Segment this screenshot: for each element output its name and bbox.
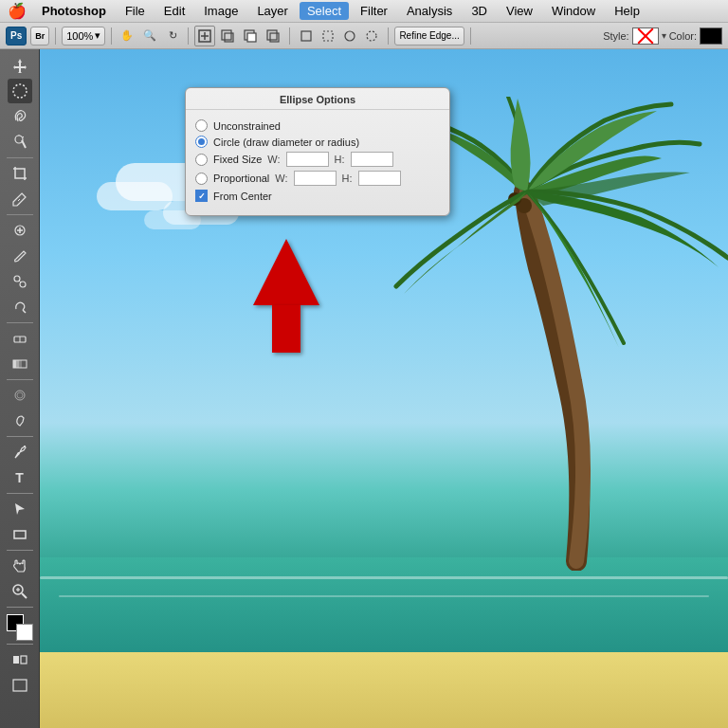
svg-rect-44 [13,680,27,691]
pen-tool[interactable] [8,440,32,464]
sep1 [55,27,56,45]
path-btn3[interactable] [339,26,360,46]
zoom-icon[interactable]: 🔍 [140,27,159,46]
sep6 [470,27,471,45]
fixed-w-label: W: [267,154,280,165]
svg-rect-37 [14,531,26,538]
shape-subtract-btn[interactable] [240,26,261,46]
shape-tool[interactable] [8,522,32,547]
sep3 [188,27,189,45]
refine-edge-btn[interactable]: Refine Edge... [394,27,464,46]
from-center-row: From Center [195,190,440,202]
healing-tool[interactable] [8,218,32,243]
svg-rect-10 [323,31,333,41]
arrow-stem [272,305,300,353]
style-arrow[interactable]: ▾ [662,30,666,41]
menu-photoshop[interactable]: Photoshop [34,2,114,20]
style-box[interactable] [632,27,659,45]
wave-1 [40,576,728,579]
menu-filter[interactable]: Filter [353,2,395,20]
menu-select[interactable]: Select [300,2,349,20]
zoom-input[interactable]: 100% ▾ [62,27,105,46]
svg-line-19 [18,199,20,201]
circle-row: Circle (draw diameter or radius) [195,136,440,148]
menu-bar: 🍎 Photoshop File Edit Image Layer Select… [0,0,728,23]
menu-file[interactable]: File [118,2,153,20]
sep-t2 [7,214,33,215]
no-style-icon [633,28,658,44]
shape-new-btn[interactable] [194,26,215,46]
lasso-tool[interactable] [8,104,32,129]
menu-layer[interactable]: Layer [249,2,296,20]
svg-rect-7 [267,30,277,40]
bridge-btn[interactable]: Br [30,27,49,46]
menu-help[interactable]: Help [607,2,647,20]
hand-tool-sidebar[interactable] [8,554,32,578]
clone-tool[interactable] [8,269,32,294]
fixed-size-row: Fixed Size W: H: [195,152,440,167]
fixed-h-label: H: [335,154,345,165]
marquee-tool[interactable] [8,79,32,103]
sep-t5 [7,436,33,437]
menu-3d[interactable]: 3D [464,2,495,20]
sep-t8 [7,607,33,608]
path-btn2[interactable] [318,26,338,46]
ellipse-options-popup: Ellipse Options Unconstrained Circle (dr… [185,87,450,216]
unconstrained-radio[interactable] [195,119,208,132]
fixed-w-input[interactable] [286,152,329,167]
color-box[interactable] [700,27,722,45]
magic-wand-tool[interactable] [8,130,32,155]
menu-window[interactable]: Window [544,2,603,20]
from-center-checkbox[interactable] [195,190,208,202]
prop-w-input[interactable] [294,171,337,186]
history-brush-tool[interactable] [8,295,32,319]
menu-analysis[interactable]: Analysis [399,2,460,20]
svg-rect-32 [19,360,22,368]
path-selection-tool[interactable] [8,497,32,521]
fixed-size-label: Fixed Size [213,154,262,165]
eyedropper-tool[interactable] [8,187,32,211]
path-mode-group [296,26,382,46]
eraser-tool[interactable] [8,326,32,351]
sep-t9 [7,644,33,645]
gradient-tool[interactable] [8,352,32,376]
fixed-h-input[interactable] [351,152,393,167]
red-arrow [248,239,324,353]
apple-menu[interactable]: 🍎 [8,2,27,20]
brush-tool[interactable] [8,244,32,268]
text-tool[interactable]: T [8,465,32,490]
blur-tool[interactable] [8,383,32,408]
dodge-tool[interactable] [8,409,32,433]
fixed-size-radio[interactable] [195,154,208,166]
svg-line-26 [23,310,26,313]
svg-point-14 [13,84,27,98]
path-btn1[interactable] [296,26,317,46]
rotate-icon[interactable]: ↻ [163,27,182,46]
menu-view[interactable]: View [499,2,540,20]
svg-rect-43 [21,656,27,664]
screen-mode-btn[interactable] [8,673,32,698]
svg-marker-36 [15,503,25,515]
popup-body: Unconstrained Circle (draw diameter or r… [186,110,449,215]
circle-radio[interactable] [195,136,208,148]
background-color[interactable] [16,624,33,641]
crop-tool[interactable] [8,161,32,186]
shape-intersect-btn[interactable] [263,26,283,46]
shape-add-btn[interactable] [217,26,238,46]
menu-image[interactable]: Image [196,2,246,20]
shape-mode-group [194,26,283,46]
proportional-radio[interactable] [195,173,208,185]
sep-t6 [7,493,33,494]
sep-t1 [7,157,33,158]
path-btn4[interactable] [361,26,382,46]
proportional-row: Proportional W: H: [195,171,440,186]
quick-mask-btn[interactable] [8,647,32,672]
ps-logo: Ps [6,27,27,46]
hand-tool-icon[interactable]: ✋ [118,27,136,46]
zoom-tool-sidebar[interactable] [8,579,32,604]
menu-edit[interactable]: Edit [156,2,192,20]
prop-h-input[interactable] [358,171,401,186]
svg-point-35 [24,446,26,447]
toolbar: T [0,49,40,728]
move-tool[interactable] [8,53,32,78]
